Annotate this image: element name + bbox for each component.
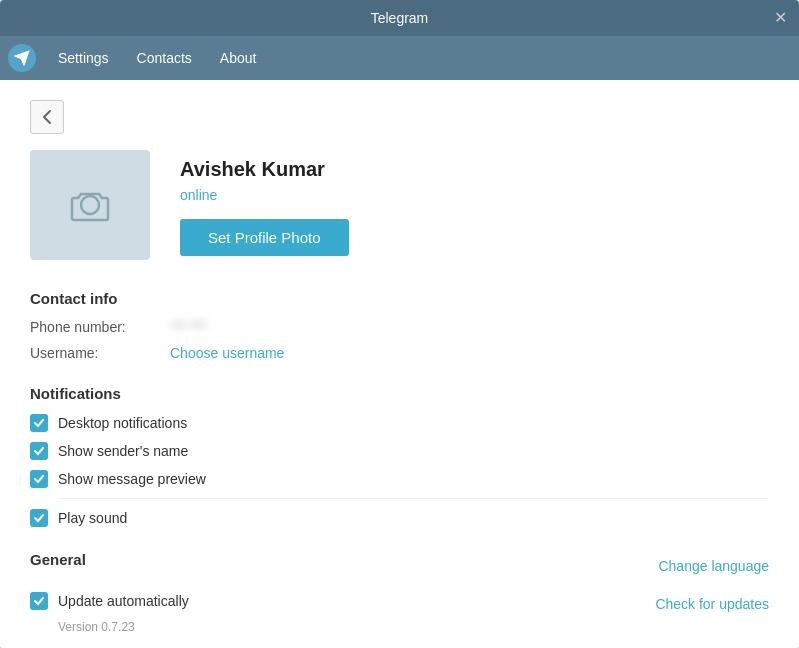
phone-value: *** *** (170, 319, 207, 335)
avatar-placeholder (30, 150, 150, 260)
desktop-notifications-row: Desktop notifications (30, 414, 769, 432)
notifications-section: Notifications Desktop notifications Show… (30, 385, 769, 527)
update-auto-col: Update automatically Version 0.7.23 (30, 592, 189, 634)
show-preview-row: Show message preview (30, 470, 769, 488)
show-sender-row: Show sender's name (30, 442, 769, 460)
menu-about[interactable]: About (206, 44, 271, 72)
set-profile-photo-button[interactable]: Set Profile Photo (180, 219, 349, 256)
general-header: General Change language (30, 551, 769, 580)
update-auto-label: Update automatically (58, 593, 189, 609)
update-auto-checkbox[interactable] (30, 592, 48, 610)
username-label: Username: (30, 345, 170, 361)
general-title: General (30, 551, 86, 568)
check-updates-link[interactable]: Check for updates (655, 592, 769, 612)
svg-point-0 (81, 196, 99, 214)
username-row: Username: Choose username (30, 345, 769, 361)
play-sound-row: Play sound (30, 509, 769, 527)
show-sender-checkbox[interactable] (30, 442, 48, 460)
version-text: Version 0.7.23 (58, 620, 189, 634)
main-window: Telegram ✕ Settings Contacts About (0, 0, 799, 648)
phone-row: Phone number: *** *** (30, 319, 769, 335)
back-button[interactable] (30, 100, 64, 134)
close-button[interactable]: ✕ (774, 10, 787, 26)
show-sender-label: Show sender's name (58, 443, 188, 459)
show-preview-checkbox[interactable] (30, 470, 48, 488)
contact-info-title: Contact info (30, 290, 769, 307)
contact-info-section: Contact info Phone number: *** *** Usern… (30, 290, 769, 361)
show-preview-label: Show message preview (58, 471, 206, 487)
telegram-logo (8, 44, 36, 72)
phone-label: Phone number: (30, 319, 170, 335)
profile-status: online (180, 187, 349, 203)
profile-name: Avishek Kumar (180, 158, 349, 181)
content-area: Avishek Kumar online Set Profile Photo C… (0, 80, 799, 648)
menu-contacts[interactable]: Contacts (123, 44, 206, 72)
update-auto-row: Update automatically (30, 592, 189, 610)
menu-settings[interactable]: Settings (44, 44, 123, 72)
camera-icon (66, 181, 114, 229)
window-title: Telegram (371, 10, 429, 26)
notifications-title: Notifications (30, 385, 769, 402)
menu-bar: Settings Contacts About (0, 36, 799, 80)
update-row: Update automatically Version 0.7.23 Chec… (30, 592, 769, 634)
change-language-link[interactable]: Change language (658, 558, 769, 574)
notification-divider (58, 498, 769, 499)
title-bar: Telegram ✕ (0, 0, 799, 36)
play-sound-label: Play sound (58, 510, 127, 526)
play-sound-checkbox[interactable] (30, 509, 48, 527)
desktop-notifications-checkbox[interactable] (30, 414, 48, 432)
desktop-notifications-label: Desktop notifications (58, 415, 187, 431)
profile-info: Avishek Kumar online Set Profile Photo (180, 150, 349, 256)
general-section: General Change language Update automatic… (30, 551, 769, 634)
profile-section: Avishek Kumar online Set Profile Photo (30, 150, 769, 260)
choose-username-link[interactable]: Choose username (170, 345, 284, 361)
